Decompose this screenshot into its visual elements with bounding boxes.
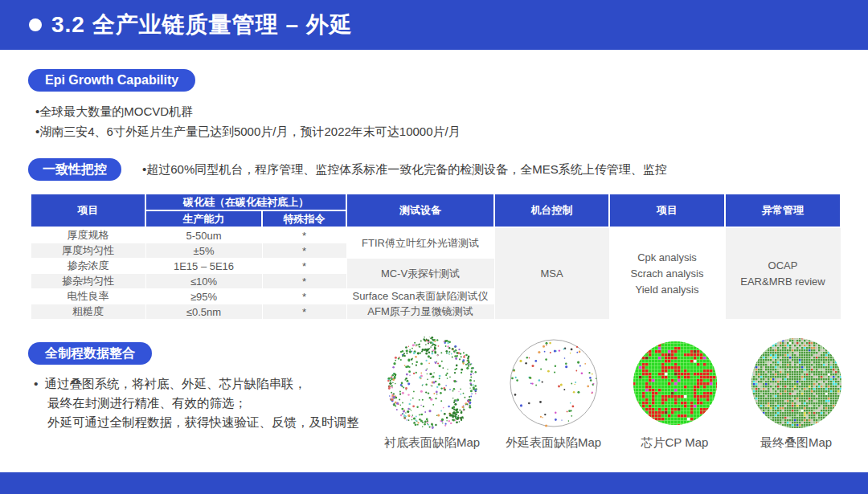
wafer-map-label: 衬底表面缺陷Map [371,435,493,451]
spec-cell: 5-50um [145,227,262,243]
col-header-special: 特殊指令 [262,210,346,227]
table-body: 厚度规格5-50um*FTIR傅立叶红外光谱测试MSACpk analysisS… [31,227,841,320]
spec-cell: ≤0.5nm [145,304,262,320]
wafer-map-overlay: 最终叠图Map [735,334,857,451]
machine-control-cell: MSA [494,227,609,320]
wafer-map-label: 芯片CP Map [614,435,735,451]
footer-bar [0,472,868,494]
col-header-capability: 生产能力 [145,210,262,227]
wafer-map-label: 最终叠图Map [735,435,857,451]
spec-cell: 掺杂浓度 [31,259,145,274]
bullet-marker: • [34,377,38,390]
exception-item: EAR&MRB review [726,274,841,290]
consistency-text: •超过60%同型机台，程序管理、监控体系标准一致化完备的检测设备，全MES系统上… [142,162,667,178]
spec-cell: * [262,227,346,243]
spec-cell: ±5% [145,243,262,259]
col-header-item-2: 项目 [609,194,725,227]
spec-cell: 厚度规格 [31,227,145,243]
wafer-map-cp: 芯片CP Map [614,334,735,451]
page-title: 3.2 全产业链质量管理 – 外延 [51,10,353,40]
spec-cell: * [262,289,346,304]
bullet-line: •湖南三安4、6寸外延片生产量已达到5000片/月，预计2022年末可达1000… [35,121,461,141]
exception-item: OCAP [726,258,841,274]
equipment-cell: AFM原子力显微镜测试 [346,304,494,320]
integration-badge: 全制程数据整合 [28,342,152,365]
spec-cell: 厚度均匀性 [31,243,145,259]
integration-line: 最终在封测进行精准、有效的筛选； [34,394,359,413]
integration-line: 外延可通过全制程数据，获得快速验证、反馈，及时调整 [34,413,359,432]
col-header-equipment: 测试设备 [346,194,494,227]
title-bar: 3.2 全产业链质量管理 – 外延 [0,0,868,50]
wafer-map-label: 外延表面缺陷Map [493,435,614,451]
exception-cell: OCAPEAR&MRB review [725,227,841,320]
wafer-map-svg [509,338,599,428]
spec-cell: * [262,259,346,274]
spec-cell: 掺杂均匀性 [31,274,145,289]
wafer-map-svg [751,337,842,429]
spec-cell: * [262,274,346,289]
consistency-badge: 一致性把控 [28,158,121,181]
substrate-defect-map-image [371,334,493,432]
analysis-item: Cpk analysis [610,250,725,266]
epi-defect-map-image [493,334,614,432]
col-header-sic-group: 碳化硅（在碳化硅衬底上） [145,194,346,210]
epi-bullet-list: •全球最大数量的MOCVD机群 •湖南三安4、6寸外延片生产量已达到5000片/… [35,101,461,141]
spec-cell: 粗糙度 [31,304,145,320]
quality-spec-table: 项目 碳化硅（在碳化硅衬底上） 测试设备 机台控制 项目 异常管理 生产能力 特… [30,193,841,320]
wafer-map-svg [386,337,479,430]
spec-cell: ≥95% [145,289,262,304]
wafer-maps-row: 衬底表面缺陷Map 外延表面缺陷Map 芯片CP Map 最终叠图Map [371,334,858,451]
spec-cell: ≤10% [145,274,262,289]
col-header-machine-control: 机台控制 [494,194,609,227]
wafer-map-svg [633,341,718,426]
spec-cell: * [262,243,346,259]
chip-cp-map-image [614,334,735,432]
equipment-cell: FTIR傅立叶红外光谱测试 [346,227,494,259]
analysis-item: Yield analysis [610,282,725,298]
table-row: 厚度规格5-50um*FTIR傅立叶红外光谱测试MSACpk analysisS… [31,227,841,243]
bullet-line: •通过叠图系统，将衬底、外延、芯片缺陷串联， [34,374,359,394]
equipment-cell: Surface Scan表面缺陷测试仪 [346,289,494,304]
spec-cell: 电性良率 [31,289,145,304]
col-header-exception: 异常管理 [725,194,841,227]
wafer-map-substrate: 衬底表面缺陷Map [371,334,493,451]
table-header: 项目 碳化硅（在碳化硅衬底上） 测试设备 机台控制 项目 异常管理 生产能力 特… [31,194,841,227]
spec-cell: * [262,304,346,320]
consistency-section: 一致性把控 •超过60%同型机台，程序管理、监控体系标准一致化完备的检测设备，全… [28,158,667,181]
analysis-item: Scrach analysis [610,266,725,282]
wafer-map-epi: 外延表面缺陷Map [493,334,614,451]
epi-growth-badge: Epi Growth Capability [28,69,195,92]
bullet-line: •全球最大数量的MOCVD机群 [35,101,461,121]
final-overlay-map-image [735,334,857,432]
integration-text: •通过叠图系统，将衬底、外延、芯片缺陷串联， 最终在封测进行精准、有效的筛选； … [34,374,359,432]
analysis-cell: Cpk analysisScrach analysisYield analysi… [609,227,725,320]
integration-line: 通过叠图系统，将衬底、外延、芯片缺陷串联， [44,377,306,390]
spec-cell: 1E15 – 5E16 [145,259,262,274]
slide: 3.2 全产业链质量管理 – 外延 Epi Growth Capability … [0,0,868,494]
equipment-cell: MC-V汞探针测试 [346,259,494,289]
bullet-dot-icon [29,18,42,31]
col-header-item: 项目 [31,194,145,227]
